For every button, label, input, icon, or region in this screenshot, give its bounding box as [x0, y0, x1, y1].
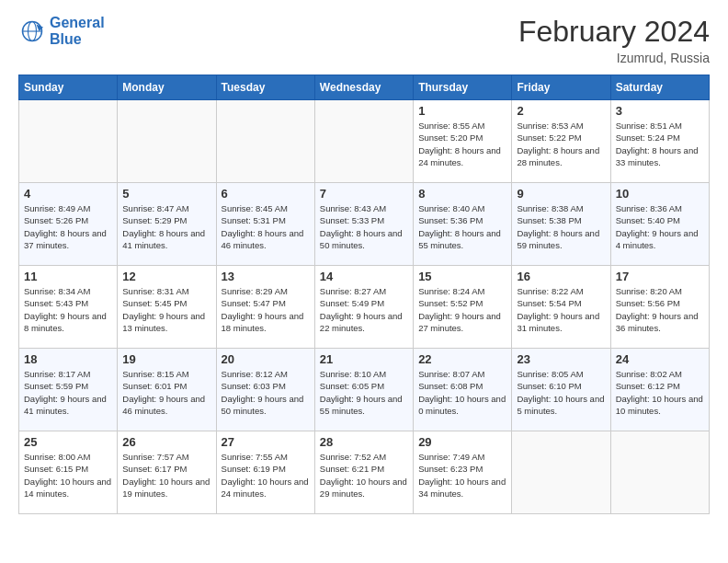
day-number: 21	[320, 352, 408, 366]
calendar-cell	[19, 100, 118, 183]
day-number: 6	[222, 187, 310, 201]
title-block: February 2024 Izumrud, Russia	[518, 15, 710, 65]
calendar-cell: 13Sunrise: 8:29 AMSunset: 5:47 PMDayligh…	[216, 266, 314, 349]
calendar-cell: 9Sunrise: 8:38 AMSunset: 5:38 PMDaylight…	[512, 183, 610, 266]
logo: General Blue	[18, 15, 105, 47]
calendar-cell: 11Sunrise: 8:34 AMSunset: 5:43 PMDayligh…	[19, 266, 118, 349]
day-header-tuesday: Tuesday	[216, 75, 314, 100]
day-info: Sunrise: 8:12 AMSunset: 6:03 PMDaylight:…	[222, 368, 310, 417]
week-row-4: 18Sunrise: 8:17 AMSunset: 5:59 PMDayligh…	[19, 349, 710, 431]
day-info: Sunrise: 8:00 AMSunset: 6:15 PMDaylight:…	[24, 451, 112, 500]
day-number: 15	[418, 270, 506, 283]
week-row-3: 11Sunrise: 8:34 AMSunset: 5:43 PMDayligh…	[19, 266, 710, 349]
day-number: 2	[517, 104, 605, 118]
week-row-1: 1Sunrise: 8:55 AMSunset: 5:20 PMDaylight…	[19, 100, 710, 183]
day-header-monday: Monday	[118, 75, 216, 100]
day-number: 10	[616, 187, 704, 201]
day-info: Sunrise: 8:40 AMSunset: 5:36 PMDaylight:…	[418, 202, 506, 251]
day-header-sunday: Sunday	[19, 75, 118, 100]
calendar-cell: 6Sunrise: 8:45 AMSunset: 5:31 PMDaylight…	[216, 183, 314, 266]
calendar-cell: 5Sunrise: 8:47 AMSunset: 5:29 PMDaylight…	[118, 183, 216, 266]
calendar-cell	[610, 431, 709, 514]
day-info: Sunrise: 8:47 AMSunset: 5:29 PMDaylight:…	[122, 202, 210, 251]
day-info: Sunrise: 8:02 AMSunset: 6:12 PMDaylight:…	[616, 368, 704, 417]
day-info: Sunrise: 8:15 AMSunset: 6:01 PMDaylight:…	[122, 368, 210, 417]
calendar-cell: 23Sunrise: 8:05 AMSunset: 6:10 PMDayligh…	[512, 349, 610, 431]
calendar-cell	[314, 100, 413, 183]
day-info: Sunrise: 8:36 AMSunset: 5:40 PMDaylight:…	[616, 202, 704, 251]
day-number: 26	[122, 435, 210, 449]
calendar-cell	[512, 431, 610, 514]
day-number: 17	[616, 270, 704, 283]
day-info: Sunrise: 7:52 AMSunset: 6:21 PMDaylight:…	[320, 451, 408, 500]
day-info: Sunrise: 7:49 AMSunset: 6:23 PMDaylight:…	[418, 451, 506, 500]
generalblue-logo-icon	[18, 17, 46, 45]
header: General Blue February 2024 Izumrud, Russ…	[18, 15, 710, 65]
day-info: Sunrise: 8:24 AMSunset: 5:52 PMDaylight:…	[418, 285, 506, 334]
calendar-cell: 18Sunrise: 8:17 AMSunset: 5:59 PMDayligh…	[19, 349, 118, 431]
day-number: 27	[222, 435, 310, 449]
day-info: Sunrise: 8:05 AMSunset: 6:10 PMDaylight:…	[517, 368, 605, 417]
calendar-cell: 1Sunrise: 8:55 AMSunset: 5:20 PMDaylight…	[414, 100, 512, 183]
day-info: Sunrise: 8:43 AMSunset: 5:33 PMDaylight:…	[320, 202, 408, 251]
calendar-cell: 26Sunrise: 7:57 AMSunset: 6:17 PMDayligh…	[118, 431, 216, 514]
calendar-cell: 15Sunrise: 8:24 AMSunset: 5:52 PMDayligh…	[414, 266, 512, 349]
day-number: 1	[418, 104, 506, 118]
day-number: 4	[24, 187, 112, 201]
day-number: 14	[320, 270, 408, 283]
week-row-5: 25Sunrise: 8:00 AMSunset: 6:15 PMDayligh…	[19, 431, 710, 514]
day-header-thursday: Thursday	[414, 75, 512, 100]
calendar-cell: 12Sunrise: 8:31 AMSunset: 5:45 PMDayligh…	[118, 266, 216, 349]
calendar-cell: 20Sunrise: 8:12 AMSunset: 6:03 PMDayligh…	[216, 349, 314, 431]
day-number: 18	[24, 352, 112, 366]
calendar-cell: 10Sunrise: 8:36 AMSunset: 5:40 PMDayligh…	[610, 183, 709, 266]
calendar-cell: 4Sunrise: 8:49 AMSunset: 5:26 PMDaylight…	[19, 183, 118, 266]
day-number: 29	[418, 435, 506, 449]
day-info: Sunrise: 8:10 AMSunset: 6:05 PMDaylight:…	[320, 368, 408, 417]
day-number: 25	[24, 435, 112, 449]
day-info: Sunrise: 8:22 AMSunset: 5:54 PMDaylight:…	[517, 285, 605, 334]
day-number: 20	[222, 352, 310, 366]
day-number: 16	[517, 270, 605, 283]
calendar-cell: 24Sunrise: 8:02 AMSunset: 6:12 PMDayligh…	[610, 349, 709, 431]
day-number: 22	[418, 352, 506, 366]
calendar-cell: 17Sunrise: 8:20 AMSunset: 5:56 PMDayligh…	[610, 266, 709, 349]
day-number: 13	[222, 270, 310, 283]
day-number: 8	[418, 187, 506, 201]
calendar-cell: 19Sunrise: 8:15 AMSunset: 6:01 PMDayligh…	[118, 349, 216, 431]
calendar-cell: 7Sunrise: 8:43 AMSunset: 5:33 PMDaylight…	[314, 183, 413, 266]
calendar-cell: 25Sunrise: 8:00 AMSunset: 6:15 PMDayligh…	[19, 431, 118, 514]
calendar-cell: 16Sunrise: 8:22 AMSunset: 5:54 PMDayligh…	[512, 266, 610, 349]
day-number: 19	[122, 352, 210, 366]
day-info: Sunrise: 8:55 AMSunset: 5:20 PMDaylight:…	[418, 120, 506, 168]
month-year: February 2024	[518, 15, 710, 49]
calendar-cell: 3Sunrise: 8:51 AMSunset: 5:24 PMDaylight…	[610, 100, 709, 183]
day-info: Sunrise: 8:49 AMSunset: 5:26 PMDaylight:…	[24, 202, 112, 251]
day-info: Sunrise: 8:53 AMSunset: 5:22 PMDaylight:…	[517, 120, 605, 168]
day-info: Sunrise: 8:38 AMSunset: 5:38 PMDaylight:…	[517, 202, 605, 251]
day-number: 3	[616, 104, 704, 118]
day-info: Sunrise: 8:17 AMSunset: 5:59 PMDaylight:…	[24, 368, 112, 417]
calendar-cell: 21Sunrise: 8:10 AMSunset: 6:05 PMDayligh…	[314, 349, 413, 431]
day-info: Sunrise: 8:20 AMSunset: 5:56 PMDaylight:…	[616, 285, 704, 334]
calendar-cell: 22Sunrise: 8:07 AMSunset: 6:08 PMDayligh…	[414, 349, 512, 431]
day-number: 23	[517, 352, 605, 366]
day-number: 7	[320, 187, 408, 201]
calendar-table: SundayMondayTuesdayWednesdayThursdayFrid…	[18, 75, 710, 514]
calendar-cell: 27Sunrise: 7:55 AMSunset: 6:19 PMDayligh…	[216, 431, 314, 514]
day-header-wednesday: Wednesday	[314, 75, 413, 100]
day-number: 28	[320, 435, 408, 449]
calendar-cell	[118, 100, 216, 183]
page: General Blue February 2024 Izumrud, Russ…	[0, 0, 728, 563]
day-info: Sunrise: 8:27 AMSunset: 5:49 PMDaylight:…	[320, 285, 408, 334]
week-row-2: 4Sunrise: 8:49 AMSunset: 5:26 PMDaylight…	[19, 183, 710, 266]
location: Izumrud, Russia	[518, 51, 710, 65]
calendar-cell: 14Sunrise: 8:27 AMSunset: 5:49 PMDayligh…	[314, 266, 413, 349]
header-row: SundayMondayTuesdayWednesdayThursdayFrid…	[19, 75, 710, 100]
day-number: 9	[517, 187, 605, 201]
day-info: Sunrise: 8:45 AMSunset: 5:31 PMDaylight:…	[222, 202, 310, 251]
day-info: Sunrise: 7:55 AMSunset: 6:19 PMDaylight:…	[222, 451, 310, 500]
logo-text: General Blue	[50, 15, 105, 47]
day-info: Sunrise: 8:51 AMSunset: 5:24 PMDaylight:…	[616, 120, 704, 168]
day-number: 12	[122, 270, 210, 283]
